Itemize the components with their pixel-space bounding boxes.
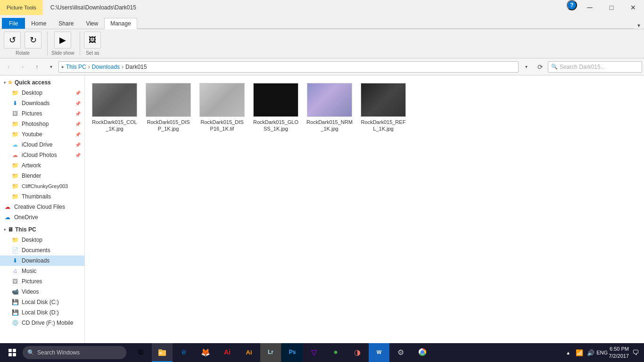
sidebar-item-thispc-pictures[interactable]: 🖼 Pictures xyxy=(0,276,84,287)
sidebar-item-onedrive[interactable]: ☁ OneDrive xyxy=(0,212,84,222)
illustrator-taskbar[interactable]: Ai xyxy=(239,343,259,362)
systray-volume[interactable]: 🔊 xyxy=(586,348,595,357)
breadcrumb-current: Dark015 xyxy=(125,64,147,70)
file-label: RockDark015_REFL_1K.jpg xyxy=(360,119,406,132)
file-item[interactable]: RockDark015_REFL_1K.jpg xyxy=(357,79,409,136)
tab-manage[interactable]: Manage xyxy=(104,18,137,29)
rotate-left-button[interactable]: ↺ xyxy=(4,32,21,49)
sidebar-section-quick-access[interactable]: ▾ ★ Quick access xyxy=(0,77,84,88)
help-button[interactable]: ? xyxy=(567,0,577,10)
pin-icon: 📌 xyxy=(75,90,81,96)
recent-locations-button[interactable]: ▾ xyxy=(44,61,58,73)
icloud-photos-icon: ☁ xyxy=(11,151,19,159)
systray-arrow[interactable]: ▲ xyxy=(563,348,573,357)
sidebar-item-label: Photoshop xyxy=(22,121,49,127)
pin-icon: 📌 xyxy=(75,132,81,137)
systray-network[interactable]: 📶 xyxy=(575,348,584,357)
file-item[interactable]: RockDark015_GLOSS_1K.jpg xyxy=(250,79,302,136)
dropdown-button[interactable]: ▾ xyxy=(520,61,533,73)
music-icon: ♫ xyxy=(11,267,19,275)
sidebar-item-artwork[interactable]: 📁 Artwork xyxy=(0,160,84,171)
set-as-button[interactable]: 🖼 xyxy=(84,32,101,49)
up-button[interactable]: ↑ xyxy=(30,61,43,73)
sidebar-item-icloud-photos[interactable]: ☁ iCloud Photos 📌 xyxy=(0,150,84,160)
maximize-button[interactable]: □ xyxy=(601,0,622,15)
sidebar-item-local-disk-d[interactable]: 💾 Local Disk (D:) xyxy=(0,307,84,318)
breadcrumb-thispc[interactable]: This PC xyxy=(66,64,86,70)
tab-view[interactable]: View xyxy=(80,18,104,29)
close-button[interactable]: ✕ xyxy=(622,0,644,15)
search-box[interactable]: 🔍 Search Dark015... xyxy=(548,61,642,73)
sidebar-item-downloads-pinned[interactable]: ⬇ Downloads 📌 xyxy=(0,98,84,108)
sidebar-item-thispc-downloads[interactable]: ⬇ Downloads xyxy=(0,255,84,266)
refresh-button[interactable]: ⟳ xyxy=(534,61,547,73)
tab-share[interactable]: Share xyxy=(52,18,80,29)
breadcrumb-downloads[interactable]: Downloads xyxy=(92,64,120,70)
photoshop-taskbar[interactable]: Ps xyxy=(282,343,303,362)
thispc-downloads-icon: ⬇ xyxy=(11,257,19,264)
sidebar-item-cd-drive[interactable]: 💿 CD Drive (F:) Mobile xyxy=(0,318,84,328)
this-pc-icon: 🖥 xyxy=(8,226,13,233)
set-as-group-label: Set as xyxy=(86,50,99,56)
app-taskbar-3[interactable]: ● xyxy=(325,343,346,362)
forward-button[interactable]: › xyxy=(16,61,29,73)
file-label: RockDark015_NRM_1K.jpg xyxy=(306,119,353,132)
file-item[interactable]: RockDark015_COL_1K.jpg xyxy=(89,79,140,136)
pin-icon: 📌 xyxy=(75,122,81,127)
chrome-taskbar[interactable] xyxy=(412,343,433,362)
steam-taskbar[interactable]: ⚙ xyxy=(390,343,411,362)
acrobat-taskbar[interactable]: Ai xyxy=(217,343,238,362)
systray-lang[interactable]: ENG xyxy=(597,348,607,357)
sidebar-item-thispc-videos[interactable]: 📹 Videos xyxy=(0,287,84,297)
notifications-button[interactable]: 🗨 xyxy=(631,348,640,357)
start-button[interactable] xyxy=(2,343,23,362)
minimize-button[interactable]: ─ xyxy=(579,0,601,15)
file-label: RockDark015_GLOSS_1K.jpg xyxy=(253,119,299,132)
file-item[interactable]: RockDark015_DISP_1K.jpg xyxy=(142,79,194,136)
sidebar-item-pictures[interactable]: 🖼 Pictures 📌 xyxy=(0,108,84,119)
sidebar-item-label: Blender xyxy=(22,173,41,179)
sidebar-item-label: Local Disk (C:) xyxy=(22,299,59,305)
tab-home[interactable]: Home xyxy=(25,18,52,29)
sidebar-item-youtube[interactable]: 📁 Youtube 📌 xyxy=(0,129,84,140)
rotate-right-button[interactable]: ↻ xyxy=(25,32,41,49)
breadcrumb[interactable]: ▸ This PC › Downloads › Dark015 xyxy=(58,61,519,73)
sidebar-item-blender[interactable]: 📁 Blender xyxy=(0,171,84,181)
sidebar-item-desktop[interactable]: 📁 Desktop 📌 xyxy=(0,88,84,98)
sidebar-item-local-disk-c[interactable]: 💾 Local Disk (C:) xyxy=(0,297,84,307)
tab-file[interactable]: File xyxy=(2,18,25,29)
clock[interactable]: 6:50 PM 7/2/2017 xyxy=(609,346,629,360)
file-explorer-taskbar[interactable] xyxy=(152,343,173,362)
sidebar-item-icloud-drive[interactable]: ☁ iCloud Drive 📌 xyxy=(0,140,84,150)
sidebar-item-photoshop[interactable]: 📁 Photoshop 📌 xyxy=(0,119,84,129)
sidebar-item-thispc-music[interactable]: ♫ Music xyxy=(0,266,84,276)
photoshop-folder-icon: 📁 xyxy=(11,120,19,128)
sidebar-section-this-pc[interactable]: ▾ 🖥 This PC xyxy=(0,224,84,235)
sidebar-item-creative-cloud[interactable]: ☁ Creative Cloud Files xyxy=(0,202,84,212)
ribbon-collapse-button[interactable]: ▾ xyxy=(634,22,644,29)
taskview-button[interactable]: ⧉ xyxy=(130,343,151,362)
sidebar-item-thispc-documents[interactable]: 📄 Documents xyxy=(0,245,84,255)
sidebar-item-label: Thumbnails xyxy=(22,193,51,200)
file-item[interactable]: RockDark015_DISP16_1K.tif xyxy=(196,79,248,136)
thispc-desktop-icon: 📁 xyxy=(11,236,19,244)
creative-cloud-icon: ☁ xyxy=(4,203,11,211)
sidebar-item-thispc-desktop[interactable]: 📁 Desktop xyxy=(0,235,84,245)
quick-access-star-icon: ★ xyxy=(8,79,13,86)
taskbar-search[interactable]: 🔍 Search Windows xyxy=(23,346,126,359)
app-taskbar-1[interactable]: 🦊 xyxy=(195,343,216,362)
app-taskbar-4[interactable]: W xyxy=(369,343,389,362)
sidebar: ▾ ★ Quick access 📁 Desktop 📌 ⬇ Downloads… xyxy=(0,75,85,347)
lightroom-taskbar[interactable]: Lr xyxy=(260,343,281,362)
title-bar: Picture Tools C:\Users\ilisa\Downloads\D… xyxy=(0,0,644,15)
sidebar-item-cliffchunkygrey003[interactable]: 📁 CliffChunkyGrey003 xyxy=(0,181,84,191)
slideshow-button[interactable]: ▶ xyxy=(54,32,71,49)
browser-taskbar[interactable]: e xyxy=(173,343,194,362)
sidebar-item-thumbnails[interactable]: 📁 Thumbnails xyxy=(0,191,84,202)
back-button[interactable]: ‹ xyxy=(2,61,15,73)
blender-taskbar[interactable]: ◑ xyxy=(347,343,368,362)
sidebar-item-label: Pictures xyxy=(22,278,42,285)
app-taskbar-2[interactable]: ▽ xyxy=(304,343,324,362)
pin-icon: 📌 xyxy=(75,142,81,148)
file-item[interactable]: RockDark015_NRM_1K.jpg xyxy=(304,79,355,136)
